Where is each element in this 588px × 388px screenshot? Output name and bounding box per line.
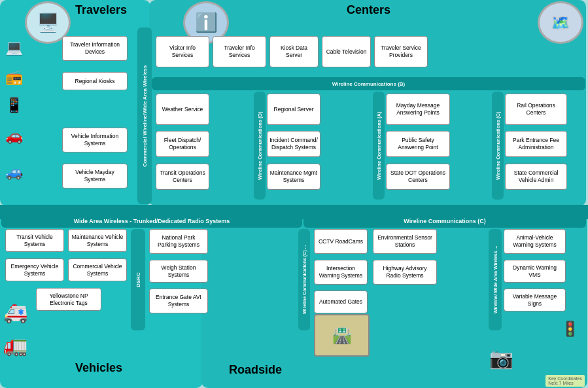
car2-icon: 🚙 [5, 164, 23, 181]
vehicle-info-systems-box[interactable]: Vehicle Information Systems [62, 128, 128, 152]
wide-area-wireless-trunked-bar: Wide Area Wireless - Trunked/Dedicated R… [1, 215, 302, 228]
traveler-service-providers-box[interactable]: Traveler Service Providers [374, 36, 428, 67]
vehicle-mayday-systems-box[interactable]: Vehicle Mayday Systems [62, 164, 128, 188]
wireline-wide-area-wireless-bar: Wireline/ Wide Area Wireless ... [489, 229, 502, 330]
truck-icon: 🚛 [3, 334, 27, 357]
maintenance-mgmt-systems-box[interactable]: Maintenance Mgmt Systems [267, 164, 320, 190]
wireline-a-bar: Wireline Communications (A) [373, 92, 385, 200]
regional-kiosks-box[interactable]: Regional Kiosks [62, 72, 128, 90]
weather-service-box[interactable]: Weather Service [156, 94, 209, 125]
radio-icon: 📻 [5, 69, 23, 86]
rail-operations-centers-box[interactable]: Rail Operations Centers [505, 94, 567, 125]
animal-vehicle-warning-systems-box[interactable]: Animal-Vehicle Warning Systems [504, 229, 566, 254]
laptop-icon: 💻 [5, 39, 23, 56]
cable-television-box[interactable]: Cable Television [322, 36, 371, 67]
state-dot-operations-centers-box[interactable]: State DOT Operations Centers [386, 164, 450, 190]
camera-icon: 📷 [489, 347, 513, 370]
rail-icon: 🗺️ [538, 1, 583, 44]
highway-advisory-radio-systems-box[interactable]: Highway Advisory Radio Systems [373, 260, 437, 285]
fleet-dispatch-operations-box[interactable]: Fleet Dispatch/ Operations [156, 131, 209, 157]
yellowstone-np-electronic-tags-box[interactable]: Yellowstone NP Electronic Tags [36, 288, 101, 311]
diagram-container: Wide Area Wireless - Trunked/Dedicated R… [0, 0, 588, 388]
cctv-roadcams-box[interactable]: CCTV RoadCams [314, 229, 368, 254]
centers-title: Centers [347, 3, 390, 17]
incident-command-dispatch-systems-box[interactable]: Incident Command/ Dispatch Systems [267, 131, 320, 157]
traveler-info-services-box[interactable]: Traveler Info Services [213, 36, 266, 67]
traveler-info-devices-box[interactable]: Traveler Information Devices [62, 36, 128, 61]
state-commercial-vehicle-admin-box[interactable]: State Commercial Vehicle Admin [505, 164, 567, 190]
copyright-label: Key CoordinatesNext 7 Miles [545, 375, 585, 387]
transit-vehicle-systems-box[interactable]: Transit Vehicle Systems [5, 229, 64, 252]
variable-message-signs-box[interactable]: Variable Message Signs [504, 289, 566, 311]
national-park-parking-systems-box[interactable]: National Park Parking Systems [149, 229, 208, 254]
travelers-title: Travelers [75, 3, 127, 17]
sign-icon: 🚦 [561, 321, 579, 338]
wireline-d-bar: Wireline Communications (D) [254, 92, 266, 200]
regional-server-box[interactable]: Regional Server [267, 94, 320, 125]
wireline-comm-b-bar: Wireline Communications (B) [152, 77, 585, 90]
intersection-warning-systems-box[interactable]: Intersection Warning Systems [314, 260, 368, 285]
transit-operations-centers-box[interactable]: Transit Operations Centers [156, 164, 209, 190]
dsrc-bar: DSRC [131, 229, 145, 330]
car-icon: 🚗 [5, 128, 23, 145]
dynamic-warning-vms-box[interactable]: Dynamic Warning VMS [504, 260, 566, 283]
emergency-vehicle-icon: 🚑 [3, 301, 27, 324]
wireline-comm-c-bottom-bar: Wireline Communications (C) [303, 215, 586, 228]
wireline-c-right-bar: Wireline Communications (C) [492, 92, 504, 200]
public-safety-answering-point-box[interactable]: Public Safety Answering Point [386, 131, 450, 157]
weigh-station-systems-box[interactable]: Weigh Station Systems [149, 260, 208, 283]
emergency-vehicle-systems-box[interactable]: Emergency Vehicle Systems [5, 258, 64, 281]
roadside-title: Roadside [229, 363, 282, 377]
visitor-info-services-box[interactable]: Visitor Info Services [156, 36, 209, 67]
intersection-image: 🛣️ [314, 314, 370, 357]
kiosk-data-server-box[interactable]: Kiosk Data Server [269, 36, 319, 67]
commercial-wireline-bar: Commercial Wireline/Wide Area Wireless [137, 27, 152, 204]
wireline-c-roadside-bar: Wireline Communications (C) ... [298, 229, 310, 330]
vehicles-title: Vehicles [75, 361, 122, 375]
commercial-vehicle-systems-box[interactable]: Commercial Vehicle Systems [68, 258, 127, 281]
phone-icon: 📱 [5, 97, 23, 114]
entrance-gate-avi-systems-box[interactable]: Entrance Gate AVI Systems [149, 289, 208, 313]
maintenance-vehicle-systems-box[interactable]: Maintenance Vehicle Systems [68, 229, 127, 252]
automated-gates-box[interactable]: Automated Gates [314, 291, 368, 313]
park-entrance-fee-admin-box[interactable]: Park Entrance Fee Administration [505, 131, 567, 157]
environmental-sensor-stations-box[interactable]: Environmental Sensor Stations [373, 229, 437, 254]
mayday-message-answering-points-box[interactable]: Mayday Message Answering Points [386, 94, 450, 125]
